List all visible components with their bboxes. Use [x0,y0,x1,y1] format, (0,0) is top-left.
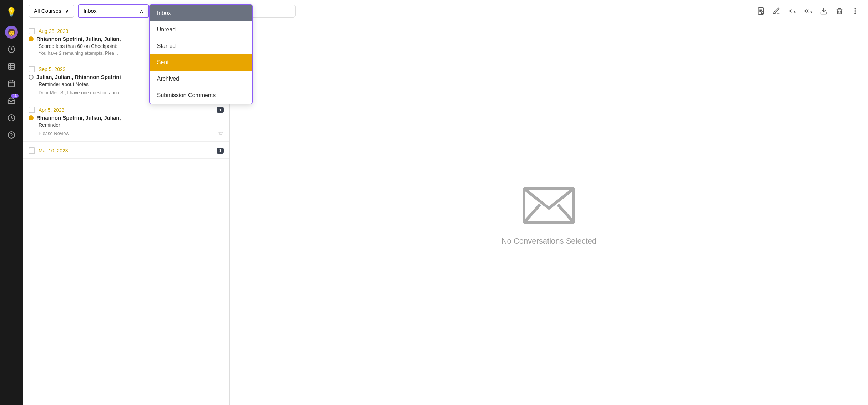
dropdown-item-inbox[interactable]: Inbox [150,5,252,21]
delete-button[interactable] [832,4,847,18]
inbox-icon[interactable]: 13 [4,93,19,109]
address-book-button[interactable] [754,4,768,18]
svg-point-22 [855,13,856,14]
svg-rect-5 [9,81,15,87]
dropdown-item-archived[interactable]: Archived [150,71,252,87]
svg-rect-1 [9,64,15,70]
no-conversation-text: No Conversations Selected [501,236,597,246]
svg-point-18 [761,11,763,14]
all-courses-label: All Courses [34,8,61,14]
svg-line-25 [558,205,574,222]
help-icon[interactable] [4,127,19,143]
avatar-icon[interactable]: 🧑 [4,24,19,40]
delete-icon [836,7,843,15]
msg-date-3: Apr 5, 2023 [39,107,213,113]
msg-checkbox-1[interactable] [29,28,35,34]
svg-point-21 [855,11,856,11]
download-icon [820,7,828,15]
calendar-icon[interactable] [4,76,19,91]
msg-sender-2: Julian, Julian,, Rhiannon Spetrini [36,74,121,80]
envelope-icon [520,181,577,229]
address-book-icon [757,7,765,15]
compose-icon [773,7,781,15]
msg-sender-1: Rhiannon Spetrini, Julian, Julian, [36,36,121,42]
msg-checkbox-2[interactable] [29,66,35,72]
more-button[interactable] [848,4,862,18]
download-button[interactable] [817,4,831,18]
all-courses-select[interactable]: All Courses ∨ [29,5,74,18]
reply-button[interactable] [785,4,799,18]
read-indicator-2 [29,75,34,80]
inbox-badge: 13 [11,94,19,98]
unread-indicator-3 [29,115,34,120]
msg-badge-3: 1 [217,107,224,113]
dropdown-item-submission-comments[interactable]: Submission Comments [150,87,252,104]
msg-date-4: Mar 10, 2023 [39,148,213,154]
inbox-select[interactable]: Inbox ∧ [78,4,149,18]
message-item[interactable]: Mar 10, 2023 1 [23,142,229,159]
sidebar: 💡 🧑 13 [0,0,23,405]
msg-preview-3: Please Review ☆ [29,129,224,137]
main-content: All Courses ∨ Inbox ∧ Inbox Unread Starr… [23,0,868,405]
compose-button[interactable] [769,4,784,18]
dropdown-item-sent[interactable]: Sent [150,54,252,71]
reply-all-button[interactable] [801,4,815,18]
logo-icon[interactable]: 💡 [4,4,19,20]
recent-icon[interactable] [4,41,19,57]
star-empty-icon-3[interactable]: ☆ [218,129,224,137]
toolbar-actions [754,4,862,18]
svg-line-24 [524,205,540,222]
inbox-select-wrapper: Inbox ∧ Inbox Unread Starred Sent Archiv… [78,4,149,18]
svg-point-20 [855,8,856,9]
notebook-icon[interactable] [4,59,19,74]
toolbar: All Courses ∨ Inbox ∧ Inbox Unread Starr… [23,0,868,22]
inbox-label: Inbox [84,8,97,14]
msg-checkbox-3[interactable] [29,107,35,113]
message-item[interactable]: Apr 5, 2023 1 Rhiannon Spetrini, Julian,… [23,101,229,142]
msg-subject-3: Reminder [29,122,224,128]
reply-icon [788,7,796,15]
msg-badge-4: 1 [217,148,224,154]
unread-indicator-1 [29,36,34,41]
dropdown-item-unread[interactable]: Unread [150,21,252,38]
chevron-up-icon: ∧ [140,8,143,14]
dropdown-item-starred[interactable]: Starred [150,38,252,54]
inbox-dropdown: Inbox Unread Starred Sent Archived Submi… [149,4,253,104]
chevron-down-icon: ∨ [65,8,69,14]
msg-sender-3: Rhiannon Spetrini, Julian, Julian, [36,115,121,121]
history-icon[interactable] [4,110,19,126]
reply-all-icon [804,7,812,15]
msg-checkbox-4[interactable] [29,148,35,154]
detail-pane: No Conversations Selected [230,22,868,405]
more-icon [851,7,859,15]
